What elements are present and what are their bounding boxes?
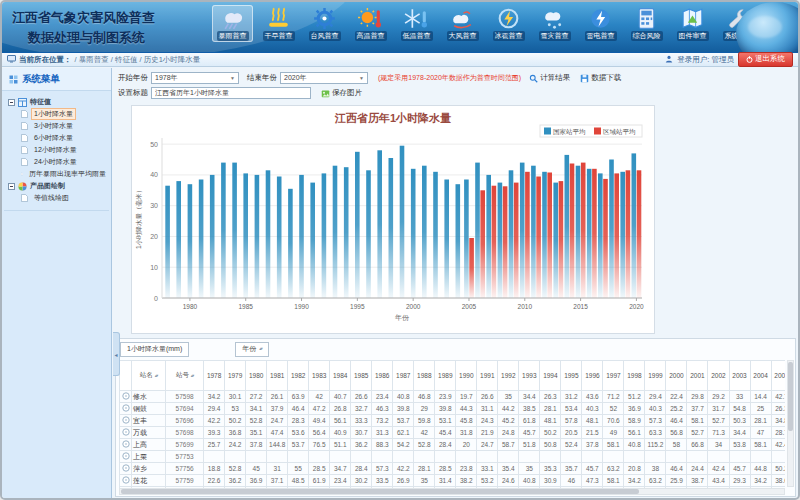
- gale-icon: [449, 7, 476, 30]
- sidebar-item-0-0[interactable]: 1小时降水量: [4, 108, 109, 120]
- sidebar-collapse-handle[interactable]: ◂: [113, 332, 120, 376]
- row-select[interactable]: [120, 439, 132, 451]
- table-row-上高[interactable]: 上高5769925.724.237.8144.853.776.551.136.2…: [120, 439, 786, 451]
- v-scroll-thumb[interactable]: [788, 362, 793, 431]
- header-year-1995[interactable]: 1995: [561, 361, 582, 391]
- end-year-select[interactable]: 2020年▼: [280, 72, 368, 84]
- header-year-1996[interactable]: 1996: [582, 361, 603, 391]
- sidebar-group-1[interactable]: 产品图绘制: [4, 180, 109, 192]
- vertical-scrollbar[interactable]: [787, 360, 794, 487]
- header-year-1984[interactable]: 1984: [330, 361, 351, 391]
- sidebar-group-0[interactable]: 特征值: [4, 96, 109, 108]
- nav-item-hail[interactable]: 冰雹普查: [488, 5, 529, 42]
- nav-item-map-review[interactable]: 图件审查: [672, 5, 713, 42]
- table-row-万载[interactable]: 万载5769839.336.835.147.453.656.440.930.73…: [120, 427, 786, 439]
- horizontal-scrollbar[interactable]: [119, 488, 785, 495]
- table-row-莲花[interactable]: 莲花5775922.636.236.937.148.561.923.430.23…: [120, 475, 786, 487]
- nav-item-gale[interactable]: 大风普查: [442, 5, 483, 42]
- header-year-2002[interactable]: 2002: [708, 361, 729, 391]
- row-select[interactable]: [120, 463, 132, 475]
- row-select[interactable]: [120, 475, 132, 487]
- sidebar-item-0-5[interactable]: 历年暴雨出现率平均雨量: [4, 168, 109, 180]
- menu-grid-icon: [9, 75, 18, 84]
- toolbar-row2: 设置标题 保存图片: [113, 85, 798, 101]
- header-year-1980[interactable]: 1980: [246, 361, 267, 391]
- header-year-1998[interactable]: 1998: [624, 361, 645, 391]
- header-year-1982[interactable]: 1982: [288, 361, 309, 391]
- header-year-2004[interactable]: 2004: [750, 361, 771, 391]
- header-year-1979[interactable]: 1979: [225, 361, 246, 391]
- nav-item-label: 台风普查: [309, 31, 341, 41]
- header-year-1981[interactable]: 1981: [267, 361, 288, 391]
- sidebar-item-1-0[interactable]: 等值线绘图: [4, 192, 109, 204]
- header-year-1991[interactable]: 1991: [477, 361, 498, 391]
- nav-item-typhoon[interactable]: 台风普查: [304, 5, 345, 42]
- calc-result-button[interactable]: 计算结果: [529, 73, 570, 83]
- nav-icons: 暴雨普查干旱普查台风普查高温普查低温普查大风普查冰雹普查雪灾普查雷电普查综合风险…: [212, 5, 759, 42]
- header-year-1983[interactable]: 1983: [309, 361, 330, 391]
- collapse-toggle-icon[interactable]: [8, 99, 15, 106]
- header-year-1985[interactable]: 1985: [351, 361, 372, 391]
- nav-item-low-temp[interactable]: 低温普查: [396, 5, 437, 42]
- toolbar-row1: 开始年份 1978年▼ 结束年份 2020年▼ (规定采用1978-2020年数…: [113, 68, 798, 85]
- header-year-1987[interactable]: 1987: [393, 361, 414, 391]
- table-row-修水[interactable]: 修水5759834.230.127.226.163.94240.726.623.…: [120, 391, 786, 403]
- sidebar-item-0-1[interactable]: 3小时降水量: [4, 120, 109, 132]
- start-year-select[interactable]: 1978年▼: [151, 72, 239, 84]
- station-id: 57756: [166, 463, 204, 475]
- sidebar-item-0-2[interactable]: 6小时降水量: [4, 132, 109, 144]
- header-year-1992[interactable]: 1992: [498, 361, 519, 391]
- sidebar-item-0-4[interactable]: 24小时降水量: [4, 156, 109, 168]
- chart-title-input[interactable]: [151, 87, 311, 99]
- header-year-1994[interactable]: 1994: [540, 361, 561, 391]
- header-station-name[interactable]: 站名 ▴▾: [132, 361, 166, 391]
- row-select[interactable]: [120, 415, 132, 427]
- row-select[interactable]: [120, 391, 132, 403]
- y-axis-label: 1小时降水量（毫米）: [135, 187, 143, 249]
- nav-item-snow[interactable]: 雪灾普查: [534, 5, 575, 42]
- image-icon: [321, 89, 330, 98]
- h-scroll-thumb[interactable]: [121, 489, 639, 494]
- sidebar-divider: [4, 210, 109, 211]
- header-year-2001[interactable]: 2001: [687, 361, 708, 391]
- row-select[interactable]: [120, 403, 132, 415]
- save-image-button[interactable]: 保存图片: [321, 88, 362, 98]
- table-row-宜丰[interactable]: 宜丰5769642.250.252.824.728.349.456.133.37…: [120, 415, 786, 427]
- row-select-icon: [122, 392, 130, 400]
- header-year-2005[interactable]: 2005: [771, 361, 785, 391]
- header-year-1986[interactable]: 1986: [372, 361, 393, 391]
- year-filter-dropdown[interactable]: 年份▴▾: [235, 342, 269, 357]
- nav-item-label: 低温普查: [401, 31, 433, 41]
- station-id: 57698: [166, 427, 204, 439]
- svg-text:1990: 1990: [294, 303, 309, 310]
- header-year-1989[interactable]: 1989: [435, 361, 456, 391]
- header-station-id[interactable]: 站号 ▴▾: [166, 361, 204, 391]
- station-name: 莲花: [132, 475, 166, 487]
- nav-item-risk-calc[interactable]: 综合风险: [626, 5, 667, 42]
- logout-button[interactable]: 退出系统: [738, 52, 793, 67]
- collapse-toggle-icon[interactable]: [8, 183, 15, 190]
- nav-item-lightning[interactable]: 雷电普查: [580, 5, 621, 42]
- header-year-1978[interactable]: 1978: [204, 361, 225, 391]
- header-year-1988[interactable]: 1988: [414, 361, 435, 391]
- table-row-萍乡[interactable]: 萍乡5775618.852.845315528.534.728.457.342.…: [120, 463, 786, 475]
- sidebar-item-0-3[interactable]: 12小时降水量: [4, 144, 109, 156]
- breadcrumb[interactable]: / 暴雨普查 / 特征值 / 历史1小时降水量: [75, 55, 201, 65]
- sidebar-tree: 特征值1小时降水量3小时降水量6小时降水量12小时降水量24小时降水量历年暴雨出…: [2, 91, 111, 216]
- nav-item-high-temp[interactable]: 高温普查: [350, 5, 391, 42]
- row-select[interactable]: [120, 427, 132, 439]
- row-select[interactable]: [120, 451, 132, 463]
- nav-item-rainstorm[interactable]: 暴雨普查: [212, 5, 253, 42]
- header-year-1999[interactable]: 1999: [645, 361, 666, 391]
- header-year-1990[interactable]: 1990: [456, 361, 477, 391]
- user-icon: [665, 55, 673, 65]
- header-year-2000[interactable]: 2000: [666, 361, 687, 391]
- header-year-1997[interactable]: 1997: [603, 361, 624, 391]
- table-row-铜鼓[interactable]: 铜鼓5769429.45334.137.946.447.226.832.746.…: [120, 403, 786, 415]
- header-year-1993[interactable]: 1993: [519, 361, 540, 391]
- data-download-button[interactable]: 数据下载: [580, 73, 621, 83]
- nav-item-drought[interactable]: 干旱普查: [258, 5, 299, 42]
- start-year-label: 开始年份: [118, 73, 148, 83]
- table-row-上栗[interactable]: 上栗57753: [120, 451, 786, 463]
- header-year-2003[interactable]: 2003: [729, 361, 750, 391]
